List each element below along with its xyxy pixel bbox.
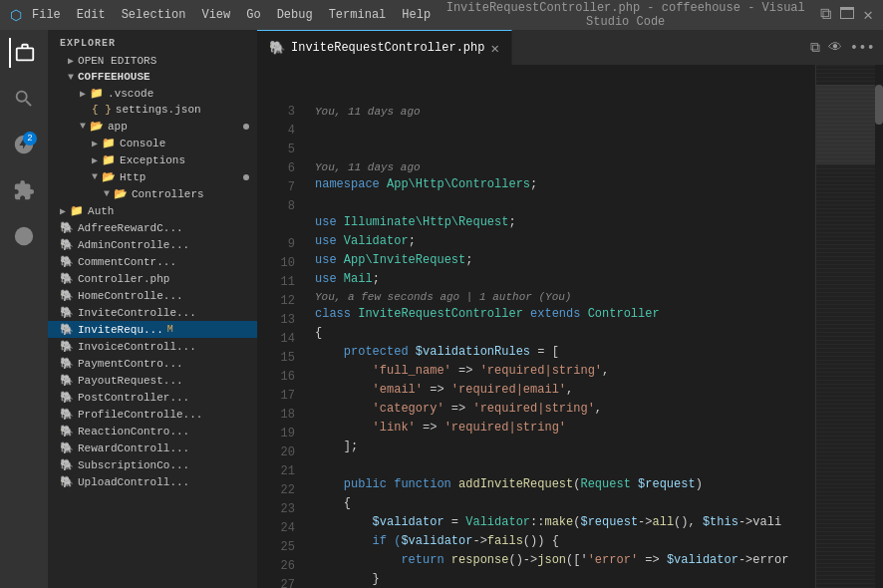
sidebar-file[interactable]: 🐘InviteControlle...	[48, 304, 257, 321]
file-label: InviteRequ...	[78, 324, 163, 336]
window-controls: ⧉ 🗖 ✕	[820, 5, 873, 25]
more-icon[interactable]: •••	[850, 40, 875, 56]
controller-files: ▶📁Auth🐘AdfreeRewardC...🐘AdminControlle..…	[48, 202, 257, 490]
file-label: InvoiceControll...	[78, 341, 196, 353]
sidebar-file[interactable]: 🐘AdfreeRewardC...	[48, 219, 257, 236]
php-file-icon: 🐘	[60, 458, 74, 471]
code-line: 'link' => 'required|string'	[315, 419, 815, 438]
activity-remote[interactable]	[9, 221, 39, 251]
folder-icon: 📂	[114, 187, 128, 200]
tab-actions: ⧉ 👁 •••	[810, 40, 883, 56]
menu-terminal[interactable]: Terminal	[329, 8, 387, 22]
window-title: InviteRequestController.php - coffeehous…	[431, 1, 820, 29]
active-file[interactable]: 🐘InviteRequ...M	[48, 321, 257, 338]
sidebar-file[interactable]: 🐘ProfileControlle...	[48, 406, 257, 423]
project-header[interactable]: ▼ COFFEEHOUSE	[48, 69, 257, 85]
settings-json[interactable]: { } settings.json	[48, 102, 257, 118]
menu-file[interactable]: File	[32, 8, 61, 22]
scrollbar[interactable]	[875, 65, 883, 588]
php-file-icon: 🐘	[60, 391, 74, 404]
code-line	[315, 194, 815, 213]
json-icon: { }	[92, 104, 112, 116]
main-layout: 2 EXPLORER ▶ OPEN EDITORS ▼ COFFEEHOUSE …	[0, 30, 883, 588]
php-file-icon: 🐘	[60, 408, 74, 421]
sidebar-file[interactable]: ▶📁Auth	[48, 202, 257, 219]
vscode-folder[interactable]: ▶ 📁 .vscode	[48, 85, 257, 102]
php-file-icon: 🐘	[60, 475, 74, 488]
modified-dot	[243, 174, 249, 180]
code-line: use Validator;	[315, 232, 815, 251]
tab-label: InviteRequestController.php	[291, 41, 484, 55]
tab-close[interactable]: ✕	[490, 40, 498, 57]
file-label: PostController...	[78, 392, 189, 404]
folder-arrow: ▼	[92, 171, 98, 182]
file-label: CommentContr...	[78, 256, 176, 268]
menu-go[interactable]: Go	[246, 8, 260, 22]
http-folder[interactable]: ▼ 📂 Http	[48, 168, 257, 185]
controllers-folder[interactable]: ▼ 📂 Controllers	[48, 185, 257, 202]
php-file-icon: 🐘	[60, 340, 74, 353]
code-line: public function addInviteRequest(Request…	[315, 475, 815, 494]
menu-edit[interactable]: Edit	[77, 8, 106, 22]
activity-explorer[interactable]	[9, 38, 39, 68]
sidebar-file[interactable]: 🐘PayoutRequest...	[48, 372, 257, 389]
open-editors-label: OPEN EDITORS	[78, 55, 156, 67]
file-label: Auth	[88, 205, 114, 217]
sidebar-file[interactable]: 🐘PaymentContro...	[48, 355, 257, 372]
code-line: ];	[315, 438, 815, 456]
sidebar-file[interactable]: 🐘CommentContr...	[48, 253, 257, 270]
sidebar-file[interactable]: 🐘RewardControll...	[48, 440, 257, 456]
folder-arrow: ▶	[60, 205, 66, 217]
folder-arrow: ▶	[92, 138, 98, 149]
code-area[interactable]: You, 11 days ago You, 11 days agonamespa…	[307, 65, 815, 588]
split-icon[interactable]: ⧉	[810, 40, 820, 56]
project-label: COFFEEHOUSE	[78, 71, 150, 83]
menu-view[interactable]: View	[201, 8, 230, 22]
app-folder[interactable]: ▼ 📂 app	[48, 118, 257, 135]
folder-icon: 📂	[102, 170, 116, 183]
sidebar-file[interactable]: 🐘SubscriptionCo...	[48, 456, 257, 473]
code-line: use Mail;	[315, 270, 815, 289]
activity-bar: 2	[0, 30, 48, 588]
menu-debug[interactable]: Debug	[277, 8, 313, 22]
console-folder[interactable]: ▶ 📁 Console	[48, 135, 257, 151]
folder-label: Console	[120, 138, 165, 149]
code-line: }	[315, 570, 815, 588]
activity-source-control[interactable]: 2	[9, 130, 39, 159]
activity-extensions[interactable]	[9, 175, 39, 205]
open-editors-header[interactable]: ▶ OPEN EDITORS	[48, 53, 257, 69]
file-label: AdminControlle...	[78, 239, 189, 251]
menu-help[interactable]: Help	[402, 8, 431, 22]
maximize-button[interactable]: 🗖	[839, 5, 855, 25]
code-line: {	[315, 324, 815, 343]
sidebar-file[interactable]: 🐘HomeControlle...	[48, 287, 257, 304]
active-tab[interactable]: 🐘 InviteRequestController.php ✕	[257, 30, 512, 65]
file-label: RewardControll...	[78, 442, 189, 454]
php-file-icon: 🐘	[60, 238, 74, 251]
php-file-icon: 🐘	[60, 374, 74, 387]
sidebar-file[interactable]: 🐘UploadControll...	[48, 473, 257, 490]
git-blame: You, a few seconds ago | 1 author (You)	[315, 289, 815, 305]
view-icon[interactable]: 👁	[828, 40, 842, 56]
folder-icon: 📁	[90, 87, 104, 100]
menu-selection[interactable]: Selection	[122, 8, 186, 22]
close-button[interactable]: ✕	[863, 5, 873, 25]
folder-icon: 📂	[90, 120, 104, 133]
file-label: HomeControlle...	[78, 290, 183, 302]
sidebar-file[interactable]: 🐘PostController...	[48, 389, 257, 406]
activity-search[interactable]	[9, 84, 39, 114]
code-line: namespace App\Http\Controllers;	[315, 175, 815, 194]
code-line: class InviteRequestController extends Co…	[315, 305, 815, 324]
sidebar-file[interactable]: 🐘InvoiceControll...	[48, 338, 257, 355]
sidebar-file[interactable]: 🐘Controller.php	[48, 270, 257, 287]
folder-arrow: ▼	[80, 121, 86, 132]
minimap-viewport	[816, 85, 875, 164]
minimize-button[interactable]: ⧉	[820, 5, 831, 25]
folder-label: Http	[120, 171, 146, 183]
sidebar-file[interactable]: 🐘ReactionContro...	[48, 423, 257, 440]
scrollbar-thumb[interactable]	[875, 85, 883, 125]
php-file-icon: 🐘	[60, 425, 74, 438]
exceptions-folder[interactable]: ▶ 📁 Exceptions	[48, 151, 257, 168]
php-file-icon: 🐘	[60, 221, 74, 234]
sidebar-file[interactable]: 🐘AdminControlle...	[48, 236, 257, 253]
